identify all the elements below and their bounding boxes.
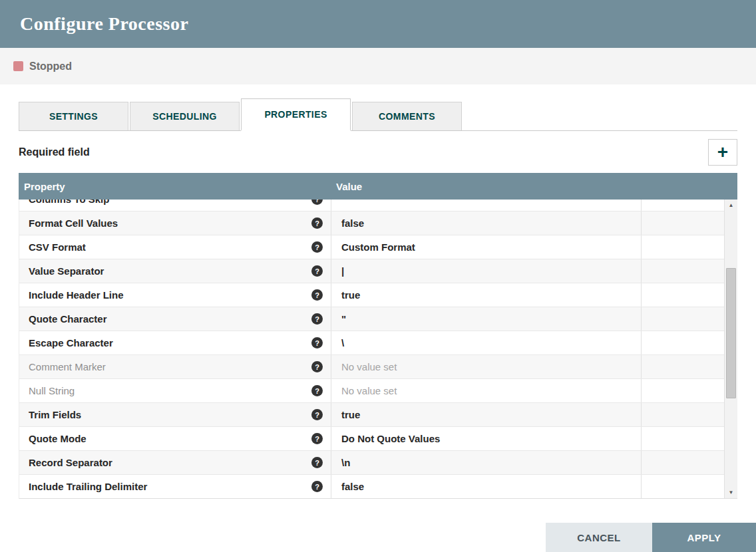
property-name: Comment Marker [29, 361, 106, 372]
property-row[interactable]: CSV Format ? Custom Format [19, 235, 724, 259]
tab-comments[interactable]: COMMENTS [352, 102, 462, 130]
property-name: Include Header Line [29, 289, 124, 301]
property-extra-cell [642, 379, 724, 402]
property-row[interactable]: Include Header Line ? true [19, 283, 724, 307]
properties-table-viewport: Columns To Skip ? Format Cell Values ? f… [19, 200, 737, 499]
property-value-cell[interactable] [331, 200, 642, 211]
property-value-cell[interactable]: | [331, 259, 642, 283]
plus-icon: + [717, 143, 728, 162]
help-icon[interactable]: ? [311, 313, 323, 325]
property-value: true [341, 409, 360, 420]
property-extra-cell [642, 235, 724, 259]
property-extra-cell [642, 451, 724, 474]
property-value-cell[interactable]: false [331, 475, 642, 498]
help-icon[interactable]: ? [311, 200, 323, 205]
property-value: \ [341, 337, 344, 348]
property-row[interactable]: Quote Mode ? Do Not Quote Values [19, 427, 724, 451]
vertical-scrollbar[interactable]: ▲ ▼ [724, 200, 737, 498]
help-icon[interactable]: ? [311, 217, 323, 229]
property-name-cell: Format Cell Values ? [19, 211, 331, 235]
tab-settings[interactable]: SETTINGS [19, 102, 128, 130]
required-field-label: Required field [19, 146, 90, 158]
property-name: Include Trailing Delimiter [29, 481, 147, 492]
property-value-cell[interactable]: true [331, 283, 642, 307]
property-value: Custom Format [341, 241, 415, 253]
property-extra-cell [642, 403, 724, 426]
dialog-footer: CANCEL APPLY [546, 523, 756, 552]
property-row[interactable]: Record Separator ? \n [19, 451, 724, 475]
scroll-down-button[interactable]: ▼ [725, 487, 737, 498]
status-label: Stopped [29, 61, 72, 72]
dialog-content: SETTINGS SCHEDULING PROPERTIES COMMENTS … [0, 84, 756, 499]
property-name-cell: Trim Fields ? [19, 403, 331, 426]
property-row[interactable]: Escape Character ? \ [19, 331, 724, 355]
column-header-value: Value [331, 181, 362, 192]
property-value-cell[interactable]: No value set [331, 355, 642, 378]
property-name-cell: Columns To Skip ? [19, 200, 331, 211]
property-value-cell[interactable]: \ [331, 331, 642, 354]
property-extra-cell [642, 475, 724, 498]
property-name: Format Cell Values [29, 217, 118, 229]
property-name-cell: Value Separator ? [19, 259, 331, 283]
property-name-cell: Null String ? [19, 379, 331, 402]
property-row[interactable]: Include Trailing Delimiter ? false [19, 475, 724, 499]
property-name-cell: Include Trailing Delimiter ? [19, 475, 331, 498]
property-value: true [341, 289, 360, 301]
property-value: | [341, 265, 344, 277]
property-extra-cell [642, 200, 724, 211]
property-row[interactable]: Trim Fields ? true [19, 403, 724, 427]
property-name-cell: Quote Character ? [19, 307, 331, 331]
property-value-cell[interactable]: true [331, 403, 642, 426]
property-value-cell[interactable]: No value set [331, 379, 642, 402]
help-icon[interactable]: ? [311, 457, 323, 468]
property-row[interactable]: Format Cell Values ? false [19, 211, 724, 235]
property-name: Quote Mode [29, 433, 87, 444]
help-icon[interactable]: ? [311, 337, 323, 348]
help-icon[interactable]: ? [311, 409, 323, 420]
property-name-cell: Include Header Line ? [19, 283, 331, 307]
property-extra-cell [642, 283, 724, 307]
help-icon[interactable]: ? [311, 289, 323, 301]
property-extra-cell [642, 355, 724, 378]
property-extra-cell [642, 331, 724, 354]
scroll-up-button[interactable]: ▲ [725, 200, 737, 211]
scroll-thumb[interactable] [726, 268, 736, 398]
property-extra-cell [642, 427, 724, 450]
property-value: Do Not Quote Values [341, 433, 440, 444]
property-value: No value set [341, 385, 397, 396]
property-value: false [341, 481, 364, 492]
property-name: Quote Character [29, 313, 107, 325]
tab-properties[interactable]: PROPERTIES [241, 98, 351, 131]
help-icon[interactable]: ? [311, 385, 323, 396]
add-property-button[interactable]: + [708, 139, 737, 166]
property-row[interactable]: Comment Marker ? No value set [19, 355, 724, 379]
property-name-cell: CSV Format ? [19, 235, 331, 259]
property-value: \n [341, 457, 350, 468]
property-value-cell[interactable]: Do Not Quote Values [331, 427, 642, 450]
property-name: Value Separator [29, 265, 104, 277]
property-value-cell[interactable]: Custom Format [331, 235, 642, 259]
cancel-button[interactable]: CANCEL [546, 523, 652, 552]
help-icon[interactable]: ? [311, 361, 323, 372]
property-row[interactable]: Columns To Skip ? [19, 200, 724, 211]
property-value-cell[interactable]: false [331, 211, 642, 235]
property-row[interactable]: Quote Character ? " [19, 307, 724, 331]
help-icon[interactable]: ? [311, 241, 323, 253]
property-name: Trim Fields [29, 409, 81, 420]
properties-table-rows: Columns To Skip ? Format Cell Values ? f… [19, 200, 724, 499]
property-row[interactable]: Value Separator ? | [19, 259, 724, 283]
property-row[interactable]: Null String ? No value set [19, 379, 724, 403]
dialog-header: Configure Processor [0, 0, 756, 48]
property-value-cell[interactable]: \n [331, 451, 642, 474]
dialog-title: Configure Processor [20, 13, 188, 35]
property-name: Escape Character [29, 337, 113, 348]
help-icon[interactable]: ? [311, 481, 323, 492]
tab-scheduling[interactable]: SCHEDULING [130, 102, 240, 130]
properties-toolbar: Required field + [19, 131, 737, 173]
property-value-cell[interactable]: " [331, 307, 642, 331]
property-name: Columns To Skip [29, 200, 109, 205]
help-icon[interactable]: ? [311, 433, 323, 444]
help-icon[interactable]: ? [311, 265, 323, 277]
property-name-cell: Comment Marker ? [19, 355, 331, 378]
apply-button[interactable]: APPLY [652, 523, 756, 552]
